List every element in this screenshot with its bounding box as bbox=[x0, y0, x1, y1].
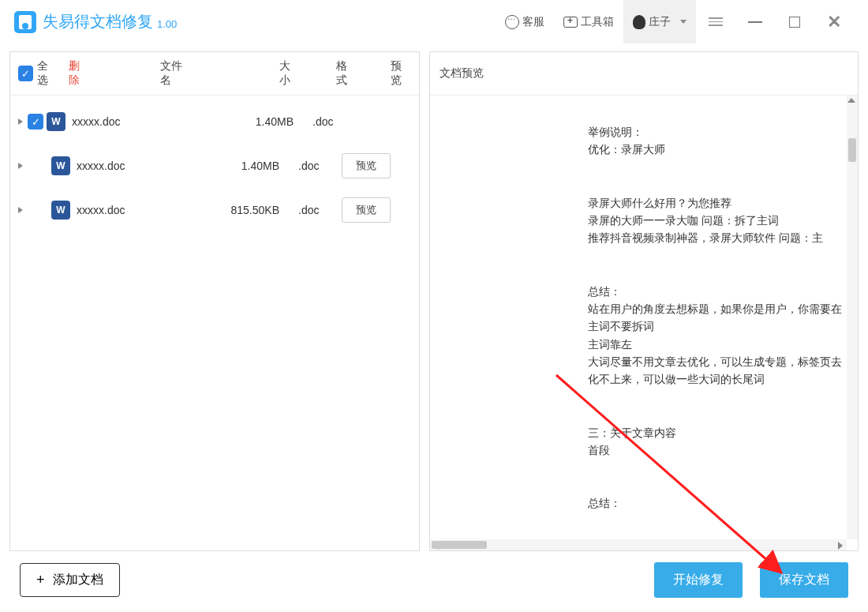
file-size: 1.40MB bbox=[223, 160, 298, 172]
app-title: 失易得文档修复 bbox=[43, 11, 153, 32]
bottom-bar: + 添加文档 开始修复 保存文档 bbox=[20, 562, 848, 598]
preview-line: 推荐抖音视频录制神器，录屏大师软件 问题：主 bbox=[588, 229, 842, 246]
preview-line bbox=[588, 406, 842, 423]
file-list-panel: ✓ 全选 删除 文件名 大小 格式 预览 ✓Wxxxxx.doc1.40MB.d… bbox=[9, 51, 420, 551]
col-format-header: 格式 bbox=[336, 59, 357, 88]
app-version: 1.00 bbox=[157, 18, 177, 30]
file-rows: ✓Wxxxxx.doc1.40MB.docWxxxxx.doc1.40MB.do… bbox=[10, 96, 419, 232]
col-size-header: 大小 bbox=[279, 59, 300, 88]
menu-button[interactable] bbox=[696, 0, 735, 43]
chat-icon bbox=[505, 15, 519, 29]
minimize-icon bbox=[748, 21, 762, 23]
preview-line bbox=[588, 477, 842, 494]
row-checkbox[interactable]: ✓ bbox=[28, 114, 43, 130]
app-logo-icon bbox=[14, 11, 36, 33]
preview-button[interactable]: 预览 bbox=[342, 197, 391, 223]
preview-line bbox=[588, 159, 842, 176]
toolbox-icon bbox=[563, 17, 578, 28]
preview-button[interactable]: 预览 bbox=[342, 153, 391, 178]
main-content: ✓ 全选 删除 文件名 大小 格式 预览 ✓Wxxxxx.doc1.40MB.d… bbox=[0, 43, 868, 551]
preview-line: 站在用户的角度去想标题，如果你是用户，你需要在 bbox=[588, 300, 842, 317]
support-button[interactable]: 客服 bbox=[496, 0, 554, 43]
expand-toggle-icon[interactable] bbox=[18, 118, 23, 125]
scroll-right-arrow-icon bbox=[838, 542, 843, 550]
select-all-label: 全选 bbox=[37, 59, 58, 88]
maximize-button[interactable] bbox=[775, 0, 814, 43]
file-format: .doc bbox=[312, 115, 356, 128]
file-name: xxxxx.doc bbox=[77, 204, 223, 216]
vertical-scroll-thumb[interactable] bbox=[848, 138, 856, 162]
preview-line: 三：关于文章内容 bbox=[588, 424, 842, 441]
preview-panel: 文档预览 举例说明：优化：录屏大师 录屏大师什么好用？为您推荐录屏的大师一一录大… bbox=[429, 51, 859, 551]
preview-line: 总结： bbox=[588, 283, 842, 300]
word-doc-icon: W bbox=[51, 201, 70, 220]
preview-line: 录屏大师什么好用？为您推荐 bbox=[588, 194, 842, 212]
preview-line bbox=[588, 389, 842, 406]
file-size: 815.50KB bbox=[223, 204, 298, 216]
toolbox-button[interactable]: 工具箱 bbox=[554, 0, 623, 43]
col-preview-header: 预览 bbox=[391, 59, 411, 88]
file-name: xxxxx.doc bbox=[77, 160, 223, 172]
delete-button[interactable]: 删除 bbox=[69, 59, 89, 88]
file-row[interactable]: ✓Wxxxxx.doc1.40MB.doc bbox=[10, 99, 419, 144]
preview-line: 举例说明： bbox=[588, 123, 842, 141]
file-format: .doc bbox=[298, 160, 342, 172]
preview-title: 文档预览 bbox=[440, 66, 484, 81]
maximize-icon bbox=[789, 17, 800, 28]
file-size: 1.40MB bbox=[238, 115, 312, 128]
plus-icon: + bbox=[36, 572, 45, 588]
preview-line: 主词不要拆词 bbox=[588, 317, 842, 335]
vertical-scrollbar[interactable] bbox=[847, 96, 858, 539]
file-row[interactable]: Wxxxxx.doc1.40MB.doc预览 bbox=[10, 144, 419, 188]
minimize-button[interactable] bbox=[735, 0, 775, 43]
file-row[interactable]: Wxxxxx.doc815.50KB.doc预览 bbox=[10, 188, 419, 232]
preview-line: 主词靠左 bbox=[588, 336, 842, 353]
titlebar: 失易得文档修复 1.00 客服 工具箱 庄子 ✕ bbox=[0, 0, 868, 43]
scroll-up-arrow-icon bbox=[847, 98, 855, 103]
preview-line bbox=[588, 459, 842, 476]
preview-line: 总结： bbox=[588, 494, 842, 512]
support-label: 客服 bbox=[522, 15, 544, 29]
qq-icon bbox=[633, 15, 645, 29]
horizontal-scroll-thumb[interactable] bbox=[432, 541, 487, 549]
preview-line: 大词尽量不用文章去优化，可以生成专题，标签页去 bbox=[588, 353, 842, 370]
preview-line bbox=[588, 247, 842, 265]
preview-line: 录屏的大师一一录大咖 问题：拆了主词 bbox=[588, 212, 842, 229]
preview-line: 化不上来，可以做一些大词的长尾词 bbox=[588, 370, 842, 388]
horizontal-scrollbar[interactable] bbox=[430, 539, 847, 550]
close-button[interactable]: ✕ bbox=[814, 0, 854, 43]
col-name-header: 文件名 bbox=[160, 59, 191, 88]
hamburger-icon bbox=[709, 17, 723, 26]
save-document-button[interactable]: 保存文档 bbox=[760, 562, 848, 598]
close-icon: ✕ bbox=[827, 12, 841, 32]
file-name: xxxxx.doc bbox=[72, 115, 238, 128]
word-doc-icon: W bbox=[47, 112, 65, 131]
file-format: .doc bbox=[298, 204, 342, 216]
add-document-label: 添加文档 bbox=[53, 572, 103, 588]
chevron-down-icon bbox=[680, 20, 687, 24]
add-document-button[interactable]: + 添加文档 bbox=[20, 563, 120, 597]
file-list-header: ✓ 全选 删除 文件名 大小 格式 预览 bbox=[10, 52, 419, 96]
preview-body: 举例说明：优化：录屏大师 录屏大师什么好用？为您推荐录屏的大师一一录大咖 问题：… bbox=[430, 96, 858, 550]
user-label: 庄子 bbox=[649, 15, 671, 29]
start-repair-button[interactable]: 开始修复 bbox=[654, 562, 743, 598]
expand-toggle-icon[interactable] bbox=[18, 207, 23, 213]
preview-line bbox=[588, 265, 842, 282]
preview-line: 优化：录屏大师 bbox=[588, 141, 842, 158]
select-all-checkbox[interactable]: ✓ bbox=[18, 66, 33, 81]
word-doc-icon: W bbox=[51, 156, 70, 175]
user-dropdown[interactable]: 庄子 bbox=[623, 0, 696, 43]
preview-header: 文档预览 bbox=[430, 52, 858, 96]
preview-line bbox=[588, 176, 842, 193]
toolbox-label: 工具箱 bbox=[581, 15, 614, 29]
preview-line: 首段 bbox=[588, 441, 842, 459]
expand-toggle-icon[interactable] bbox=[18, 163, 23, 169]
